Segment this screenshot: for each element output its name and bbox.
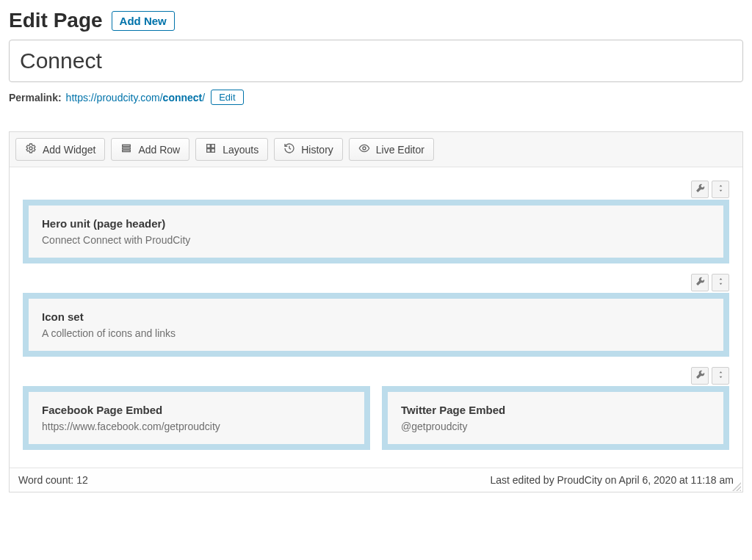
row-toolbar [23,274,729,291]
svg-point-8 [363,147,366,150]
widget-tile[interactable]: Facebook Page Embed https://www.facebook… [23,386,370,450]
rows-icon [120,142,132,156]
widget-title: Facebook Page Embed [42,404,351,416]
add-widget-button[interactable]: Add Widget [15,138,105,161]
word-count: Word count: 12 [18,474,88,486]
row-move-button[interactable] [712,274,729,291]
widget-subtitle: Connect Connect with ProudCity [42,234,710,246]
page-title: Edit Page [9,9,103,32]
row-edit-button[interactable] [691,274,709,291]
builder-footer: Word count: 12 Last edited by ProudCity … [10,468,742,492]
widget-title: Twitter Page Embed [401,404,710,416]
row-toolbar [23,367,729,385]
permalink-slug: connect [163,92,203,103]
svg-rect-7 [212,149,215,153]
svg-rect-6 [207,149,211,153]
builder-toolbar: Add Widget Add Row Layouts [10,132,742,167]
wrench-icon [695,183,705,195]
row-edit-button[interactable] [691,181,709,198]
permalink-row: Permalink: https://proudcity.com/connect… [9,90,743,105]
word-count-label: Word count: [18,474,76,486]
builder-row: Icon set A collection of icons and links [23,274,729,357]
wrench-icon [695,370,705,382]
add-row-button[interactable]: Add Row [111,138,189,161]
widget-tile[interactable]: Twitter Page Embed @getproudcity [382,386,729,450]
svg-rect-5 [212,145,215,148]
widget-subtitle: @getproudcity [401,421,710,432]
widget-tile[interactable]: Icon set A collection of icons and links [23,293,729,357]
live-editor-label: Live Editor [376,144,424,156]
history-icon [283,142,295,156]
move-vertical-icon [717,370,725,382]
grid-icon [205,142,217,156]
gear-icon [25,142,37,156]
permalink-trail: / [202,92,205,103]
page-header: Edit Page Add New [9,9,743,32]
history-label: History [301,144,333,156]
row-edit-button[interactable] [691,367,709,385]
permalink-label: Permalink: [9,92,62,103]
builder-canvas: Hero unit (page header) Connect Connect … [10,167,742,468]
builder-row: Facebook Page Embed https://www.facebook… [23,367,729,450]
history-button[interactable]: History [274,138,343,161]
layouts-label: Layouts [223,144,258,156]
svg-rect-1 [123,145,131,146]
live-editor-button[interactable]: Live Editor [349,138,434,161]
row-move-button[interactable] [712,367,729,385]
add-new-button[interactable]: Add New [112,11,175,31]
svg-point-0 [29,147,32,150]
move-vertical-icon [717,277,725,288]
svg-rect-4 [207,145,211,148]
permalink-base: https://proudcity.com/ [66,92,163,103]
permalink-link[interactable]: https://proudcity.com/connect/ [66,92,206,103]
widget-subtitle: https://www.facebook.com/getproudcity [42,421,351,432]
layouts-button[interactable]: Layouts [195,138,268,161]
page-builder: Add Widget Add Row Layouts [9,131,743,492]
permalink-edit-button[interactable]: Edit [211,90,243,105]
row-toolbar [23,181,729,198]
page-title-input[interactable] [9,40,743,82]
eye-icon [358,142,370,156]
builder-row: Hero unit (page header) Connect Connect … [23,181,729,263]
widget-tile[interactable]: Hero unit (page header) Connect Connect … [23,200,729,263]
last-edited-text: Last edited by ProudCity on April 6, 202… [490,474,734,486]
row-move-button[interactable] [712,181,729,198]
svg-rect-2 [123,148,131,149]
widget-title: Hero unit (page header) [42,217,710,230]
widget-title: Icon set [42,310,710,323]
add-widget-label: Add Widget [43,144,95,156]
wrench-icon [695,277,705,288]
word-count-value: 12 [76,474,88,486]
add-row-label: Add Row [138,144,180,156]
move-vertical-icon [717,183,725,195]
widget-subtitle: A collection of icons and links [42,327,710,339]
svg-rect-3 [123,150,131,152]
